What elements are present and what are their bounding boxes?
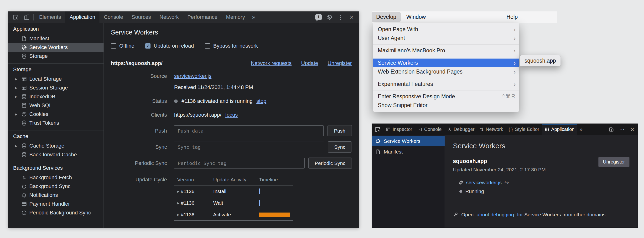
periodic-sync-button[interactable]: Periodic Sync <box>308 158 352 169</box>
field-label: Update Cycle <box>111 174 167 183</box>
manifest-document-icon <box>21 36 27 41</box>
network-requests-link[interactable]: Network requests <box>251 60 292 66</box>
tab-memory[interactable]: Memory <box>222 11 249 23</box>
pick-element-button[interactable] <box>372 124 383 135</box>
expander-icon[interactable]: ▸ <box>14 86 19 90</box>
sidebar-item-service-workers[interactable]: Service Workers <box>372 136 444 146</box>
expander-icon[interactable]: ▸ <box>177 201 179 205</box>
tab-network[interactable]: ⇅ Network <box>477 124 506 135</box>
menu-item-user-agent[interactable]: User Agent › <box>373 34 519 43</box>
section-title: Background Services <box>8 163 104 173</box>
service-worker-gear-icon <box>21 44 27 50</box>
close-devtools-button[interactable]: × <box>627 124 638 135</box>
table-row[interactable]: ▸#1136 Activate <box>174 209 293 220</box>
sidebar-item-manifest[interactable]: Manifest <box>372 146 444 157</box>
menu-item-device[interactable]: Maximiliano’s MacBook Pro › <box>373 46 519 55</box>
tab-sources[interactable]: Sources <box>127 11 155 23</box>
expander-icon[interactable]: ▸ <box>177 189 179 194</box>
tab-console[interactable]: Console <box>415 124 444 135</box>
table-row[interactable]: ▸#1136 Install <box>174 185 293 197</box>
menubar-item-develop[interactable]: Develop <box>372 12 401 22</box>
menubar-item-help[interactable]: Help <box>502 12 522 22</box>
sidebar-item-manifest[interactable]: Manifest <box>8 34 104 43</box>
tab-elements[interactable]: Elements <box>35 11 65 23</box>
inspect-element-button[interactable] <box>10 11 21 23</box>
sidebar-item-session-storage[interactable]: ▸ Session Storage <box>8 83 104 92</box>
update-on-reload-checkbox[interactable]: ✓ Update on reload <box>145 43 194 49</box>
sidebar-item-web-sql[interactable]: Web SQL <box>8 101 104 110</box>
sidebar-item-notifications[interactable]: Notifications <box>8 191 104 199</box>
focus-link[interactable]: focus <box>225 112 238 118</box>
stop-link[interactable]: stop <box>256 98 266 104</box>
menu-item-open-page-with[interactable]: Open Page With › <box>373 25 519 34</box>
service-workers-panel: Service Workers ✓ Offline ✓ Update on re… <box>104 23 359 228</box>
push-button[interactable]: Push <box>328 125 352 136</box>
braces-icon: { } <box>508 127 513 132</box>
tab-style-editor[interactable]: { } Style Editor <box>506 124 542 135</box>
unregister-link[interactable]: Unregister <box>328 60 352 66</box>
console-messages-badge[interactable]: 1 <box>315 14 322 20</box>
unregister-button[interactable]: Unregister <box>598 157 630 167</box>
tab-debugger[interactable]: Debugger <box>444 124 477 135</box>
sync-button[interactable]: Sync <box>328 141 352 153</box>
sync-tag-input[interactable] <box>174 142 324 152</box>
expander-icon[interactable]: ▸ <box>177 213 179 217</box>
toggle-device-toolbar-button[interactable] <box>21 11 32 23</box>
sidebar-item-background-fetch[interactable]: Background Fetch <box>8 173 104 182</box>
sidebar-item-periodic-background-sync[interactable]: Periodic Background Sync <box>8 208 104 217</box>
sidebar-item-cookies[interactable]: ▸ Cookies <box>8 110 104 119</box>
expander-icon[interactable]: ▸ <box>14 77 19 81</box>
develop-menu-dropdown: Open Page With › User Agent › Maximilian… <box>373 23 519 112</box>
sidebar-item-label: Trust Tokens <box>29 120 59 126</box>
open-in-debugger-icon[interactable]: ↪ <box>504 180 509 185</box>
submenu-chevron-icon: › <box>514 48 516 54</box>
offline-checkbox[interactable]: ✓ Offline <box>111 43 134 49</box>
table-row[interactable]: ▸#1136 Wait <box>174 197 293 209</box>
menubar-item-window[interactable]: Window <box>402 12 430 22</box>
debugger-branch-icon <box>447 127 452 132</box>
more-options-button[interactable]: ⋮ <box>335 11 346 23</box>
source-script-link[interactable]: serviceworker.js <box>174 73 211 79</box>
sidebar-item-cache-storage[interactable]: ▸ Cache Storage <box>8 141 104 150</box>
sidebar-item-background-sync[interactable]: Background Sync <box>8 182 104 191</box>
section-title: Application <box>8 24 104 34</box>
sidebar-item-back-forward-cache[interactable]: Back-forward Cache <box>8 150 104 159</box>
close-devtools-button[interactable]: × <box>346 11 357 23</box>
expander-icon[interactable]: ▸ <box>14 112 19 117</box>
more-tabs-button[interactable]: » <box>577 124 585 135</box>
settings-button[interactable] <box>324 11 335 23</box>
periodic-sync-tag-input[interactable] <box>174 158 304 168</box>
sidebar-item-indexeddb[interactable]: ▸ IndexedDB <box>8 92 104 101</box>
submenu-item-squoosh-app[interactable]: squoosh.app <box>524 58 556 64</box>
more-tabs-button[interactable]: » <box>249 11 258 23</box>
tab-performance[interactable]: Performance <box>183 11 222 23</box>
menu-item-show-snippet-editor[interactable]: Show Snippet Editor <box>373 101 519 110</box>
about-debugging-link[interactable]: about:debugging <box>476 212 514 218</box>
menu-item-web-extension-background-pages[interactable]: Web Extension Background Pages › <box>373 67 519 76</box>
more-options-button[interactable]: ⋯ <box>616 124 627 135</box>
sidebar-item-payment-handler[interactable]: Payment Handler <box>8 199 104 208</box>
clients-row: Clients https://squoosh.app/ focus <box>111 112 352 118</box>
push-data-input[interactable] <box>174 125 324 136</box>
sidebar-item-storage[interactable]: Storage <box>8 52 104 60</box>
tab-inspector[interactable]: Inspector <box>383 124 415 135</box>
safari-menu-bar: Develop Window Help <box>372 11 557 23</box>
update-link[interactable]: Update <box>301 60 318 66</box>
menu-item-enter-responsive-design-mode[interactable]: Enter Responsive Design Mode ^⌘R <box>373 92 519 101</box>
expander-icon[interactable]: ▸ <box>14 144 19 148</box>
tab-console[interactable]: Console <box>100 11 127 23</box>
menu-item-service-workers[interactable]: Service Workers › <box>373 59 519 67</box>
tab-application[interactable]: Application <box>65 11 100 23</box>
credit-card-icon <box>21 201 27 207</box>
tab-network[interactable]: Network <box>155 11 183 23</box>
menu-item-experimental-features[interactable]: Experimental Features › <box>373 80 519 89</box>
sidebar-item-service-workers[interactable]: Service Workers <box>8 43 104 52</box>
expander-icon[interactable]: ▸ <box>14 95 19 99</box>
responsive-design-mode-button[interactable] <box>606 124 616 135</box>
tab-application[interactable]: Application <box>542 124 577 135</box>
sidebar-item-trust-tokens[interactable]: Trust Tokens <box>8 119 104 127</box>
sidebar-item-local-storage[interactable]: ▸ Local Storage <box>8 75 104 83</box>
bypass-for-network-checkbox[interactable]: ✓ Bypass for network <box>205 43 258 49</box>
activity-cell: Install <box>210 186 256 197</box>
worker-script-link[interactable]: serviceworker.js <box>466 180 502 185</box>
